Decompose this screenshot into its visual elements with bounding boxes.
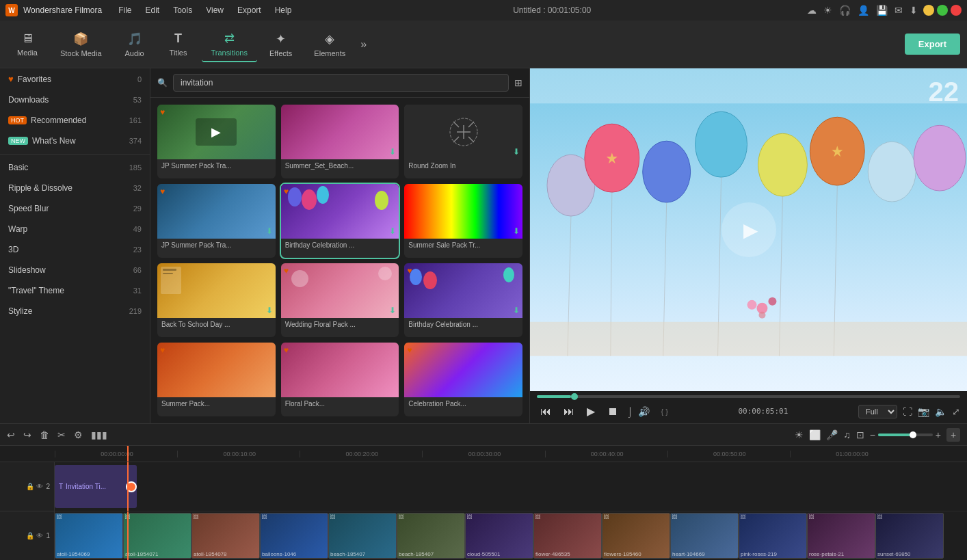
zoom-select[interactable]: Full 75% 50% bbox=[858, 405, 897, 418]
export-button[interactable]: Export bbox=[905, 34, 960, 55]
menu-help[interactable]: Help bbox=[269, 4, 297, 16]
clip-pink-roses[interactable]: 🖼 pink-roses-219 bbox=[739, 513, 807, 559]
expand-icon[interactable]: ⤢ bbox=[952, 406, 960, 417]
tab-audio[interactable]: 🎵 Audio bbox=[114, 27, 155, 62]
menu-edit[interactable]: Edit bbox=[140, 4, 165, 16]
play-button[interactable]: ▶ bbox=[583, 403, 598, 419]
sidebar-item-recommended[interactable]: HOT Recommended 161 bbox=[0, 110, 150, 131]
progress-thumb[interactable] bbox=[571, 393, 578, 400]
mic-icon[interactable]: 🎤 bbox=[826, 429, 838, 440]
clip-balloons[interactable]: 🖼 balloons-1046 bbox=[260, 513, 328, 559]
menu-export[interactable]: Export bbox=[232, 4, 267, 16]
eye-icon[interactable]: 👁 bbox=[36, 483, 43, 490]
clip-cloud[interactable]: 🖼 cloud-505501 bbox=[465, 513, 533, 559]
transition-card-back-school[interactable]: ⬇ Back To School Day ... bbox=[157, 263, 276, 337]
transition-card-birthday-2[interactable]: ♥ ⬇ Birthday Celebration ... bbox=[404, 263, 522, 337]
download-icon[interactable]: ⬇ bbox=[910, 5, 918, 16]
transition-card-11[interactable]: ♥ Floral Pack... bbox=[281, 343, 399, 416]
sidebar-item-whats-new[interactable]: NEW What's New 374 bbox=[0, 131, 150, 151]
clip-atoll-2[interactable]: 🖼 atoll-1854071 bbox=[123, 513, 191, 559]
clip-sunset[interactable]: 🖼 sunset-69850 bbox=[875, 513, 944, 559]
headset-icon[interactable]: 🎧 bbox=[839, 5, 851, 16]
snapshot-icon[interactable]: ⌡ bbox=[627, 406, 633, 417]
minimize-button[interactable]: − bbox=[923, 5, 934, 16]
sidebar-item-favorites[interactable]: ♥ Favorites 0 bbox=[0, 68, 150, 90]
sun-timeline-icon[interactable]: ☀ bbox=[795, 429, 804, 440]
person-icon[interactable]: 👤 bbox=[858, 5, 869, 16]
transition-card-12[interactable]: ♥ Celebration Pack... bbox=[404, 343, 522, 416]
transition-card-birthday-1[interactable]: ♥ ⬇ Birthday Celebration ... bbox=[281, 184, 399, 258]
close-button[interactable]: ✕ bbox=[951, 5, 962, 16]
rewind-button[interactable]: ⏮ bbox=[537, 404, 555, 419]
lock-icon-2[interactable]: 🔒 bbox=[26, 532, 34, 539]
clip-heart[interactable]: 🖼 heart-104669 bbox=[670, 513, 739, 559]
expand-toolbar-button[interactable]: » bbox=[360, 38, 367, 51]
zoom-in-button[interactable]: + bbox=[936, 429, 941, 440]
clip-flowers[interactable]: 🖼 flowers-185460 bbox=[602, 513, 670, 559]
cut-button[interactable]: ✂ bbox=[57, 429, 66, 440]
maximize-button[interactable]: ⤢ bbox=[937, 5, 948, 16]
clip-rose-petals[interactable]: 🖼 rose-petals-21 bbox=[807, 513, 875, 559]
sidebar-item-3d[interactable]: 3D 23 bbox=[0, 239, 150, 260]
audio-tracks-icon[interactable]: ♫ bbox=[843, 429, 851, 440]
download-icon: ⬇ bbox=[513, 226, 520, 236]
volume-icon[interactable]: 🔊 bbox=[638, 406, 650, 417]
clip-flower[interactable]: 🖼 flower-486535 bbox=[533, 513, 602, 559]
audio-preview-icon[interactable]: 🔈 bbox=[935, 406, 946, 417]
grid-view-icon[interactable]: ⊞ bbox=[514, 77, 522, 88]
audio-wave-button[interactable]: ▮▮▮ bbox=[91, 429, 107, 440]
clip-icon: 🖼 bbox=[261, 514, 267, 520]
cloud-icon[interactable]: ☁ bbox=[807, 5, 817, 16]
clip-beach-2[interactable]: 🖼 beach-185407 bbox=[397, 513, 465, 559]
sidebar-item-downloads[interactable]: Downloads 53 bbox=[0, 90, 150, 110]
mask-icon[interactable]: ⬜ bbox=[809, 429, 821, 440]
transition-card-10[interactable]: ♥ Summer Pack... bbox=[157, 343, 276, 416]
settings-button[interactable]: ⚙ bbox=[74, 429, 83, 440]
camera-icon[interactable]: 📷 bbox=[918, 406, 929, 417]
sidebar-item-ripple[interactable]: Ripple & Dissolve 32 bbox=[0, 178, 150, 198]
sun-icon[interactable]: ☀ bbox=[823, 5, 832, 16]
pip-icon[interactable]: ⊡ bbox=[856, 429, 864, 440]
sidebar-item-slideshow[interactable]: Slideshow 66 bbox=[0, 260, 150, 280]
zoom-slider[interactable] bbox=[878, 434, 933, 436]
sidebar-item-speed-blur[interactable]: Speed Blur 29 bbox=[0, 198, 150, 219]
step-back-button[interactable]: ⏭ bbox=[560, 404, 578, 419]
add-track-button[interactable]: + bbox=[946, 428, 960, 442]
menu-view[interactable]: View bbox=[200, 4, 229, 16]
undo-button[interactable]: ↩ bbox=[7, 429, 15, 440]
tab-media[interactable]: 🖥 Media bbox=[7, 27, 48, 61]
menu-tools[interactable]: Tools bbox=[168, 4, 198, 16]
transition-card-wedding-floral[interactable]: ♥ ⬇ Wedding Floral Pack ... bbox=[281, 263, 399, 337]
sidebar-item-travel[interactable]: "Travel" Theme 31 bbox=[0, 280, 150, 301]
transition-card-summer-sale[interactable]: ⬇ Summer Sale Pack Tr... bbox=[404, 184, 522, 258]
sidebar-item-stylize[interactable]: Stylize 219 bbox=[0, 301, 150, 321]
tab-effects[interactable]: ✦ Effects bbox=[260, 27, 302, 62]
lock-icon[interactable]: 🔒 bbox=[26, 483, 34, 490]
menu-file[interactable]: File bbox=[113, 4, 137, 16]
save-icon[interactable]: 💾 bbox=[876, 5, 888, 16]
transition-card-round-zoom[interactable]: ⬇ Round Zoom In bbox=[404, 105, 522, 178]
mail-icon[interactable]: ✉ bbox=[895, 5, 903, 16]
eye-icon-2[interactable]: 👁 bbox=[36, 532, 43, 539]
card-label: Birthday Celebration ... bbox=[404, 318, 522, 331]
search-input[interactable] bbox=[173, 74, 509, 92]
ruler-mark-6: 01:00:00:00 bbox=[790, 451, 912, 457]
sidebar-item-basic[interactable]: Basic 185 bbox=[0, 157, 150, 178]
sidebar-divider bbox=[0, 154, 150, 155]
tab-stock-media[interactable]: 📦 Stock Media bbox=[51, 27, 111, 62]
redo-button[interactable]: ↪ bbox=[23, 429, 31, 440]
clip-beach-1[interactable]: 🖼 beach-185407 bbox=[328, 513, 397, 559]
delete-button[interactable]: 🗑 bbox=[40, 429, 49, 440]
tab-titles[interactable]: T Titles bbox=[158, 27, 199, 61]
zoom-out-button[interactable]: − bbox=[870, 429, 875, 440]
fullscreen-icon[interactable]: ⛶ bbox=[903, 406, 912, 417]
clip-atoll-3[interactable]: 🖼 atoll-1854078 bbox=[191, 513, 260, 559]
sidebar-item-warp[interactable]: Warp 49 bbox=[0, 219, 150, 239]
progress-bar[interactable] bbox=[537, 395, 960, 398]
transition-card-jp-summer-2[interactable]: ♥ ⬇ JP Summer Pack Tra... bbox=[157, 184, 276, 258]
tab-transitions[interactable]: ⇄ Transitions bbox=[202, 27, 257, 62]
transition-card-summer-beach[interactable]: ⬇ Summer_Set_Beach... bbox=[281, 105, 399, 178]
tab-elements[interactable]: ◈ Elements bbox=[304, 27, 355, 62]
stop-button[interactable]: ⏹ bbox=[604, 404, 622, 419]
transition-card-jp-summer-1[interactable]: ▶ ♥ JP Summer Pack Tra... bbox=[157, 105, 276, 178]
